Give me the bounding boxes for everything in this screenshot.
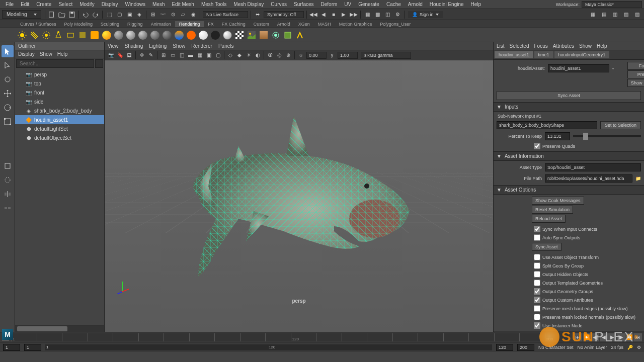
menu-select[interactable]: Select [55, 2, 76, 7]
shelf-material-aniso-icon[interactable] [162, 30, 173, 41]
toggle-channel-icon[interactable]: ▥ [610, 10, 619, 19]
folder-icon[interactable]: 📁 [635, 176, 641, 181]
houdini-asset-field[interactable] [548, 64, 609, 72]
snap-live-icon[interactable]: ◉ [189, 10, 198, 19]
vp-image-plane-icon[interactable]: 🖼 [125, 51, 133, 59]
sync-asset-button-2[interactable]: Sync Asset [532, 243, 561, 251]
shelf-tab-fx[interactable]: FX [204, 21, 218, 27]
outliner-menu-display[interactable]: Display [18, 51, 35, 57]
vp-exposure-icon[interactable]: ☼ [297, 51, 305, 59]
workspace-dropdown[interactable]: Maya Classic* [582, 1, 642, 8]
vp-resolution-gate-icon[interactable]: ◫ [178, 51, 186, 59]
auto-sync-checkbox[interactable] [534, 234, 540, 241]
menu-mesh[interactable]: Mesh [149, 2, 168, 7]
shelf-tab-fxcache[interactable]: FX Caching [218, 21, 250, 27]
live-surface-dropdown[interactable]: No Live Surface [203, 11, 248, 18]
shelf-tab-rigging[interactable]: Rigging [123, 21, 147, 27]
outliner-item-top[interactable]: 📷top [15, 79, 104, 88]
menu-curves[interactable]: Curves [267, 2, 290, 7]
percent-value-field[interactable] [545, 132, 570, 140]
ae-menu-attributes[interactable]: Attributes [553, 43, 574, 49]
shelf-material-phong-icon[interactable] [137, 30, 148, 41]
menu-modify[interactable]: Modify [76, 2, 98, 7]
vp-wireframe-icon[interactable]: ◇ [226, 51, 234, 59]
asset-type-field[interactable] [545, 163, 641, 171]
ae-tab-time[interactable]: time1 [534, 51, 553, 58]
last-tool[interactable] [2, 160, 14, 172]
ae-menu-selected[interactable]: Selected [510, 43, 529, 49]
rotate-tool[interactable] [2, 102, 14, 114]
next-key-button[interactable]: |▶ [617, 333, 625, 341]
vp-2d-pan-icon[interactable]: ✥ [138, 51, 146, 59]
vp-xray-joint-icon[interactable]: ⊕ [284, 51, 292, 59]
outliner-menu-help[interactable]: Help [57, 51, 68, 57]
new-scene-icon[interactable] [47, 10, 56, 19]
outliner-scrollbar[interactable] [15, 325, 104, 332]
snap-curve-icon[interactable]: 〰 [158, 10, 168, 19]
shelf-material-use-bg-icon[interactable] [222, 30, 233, 41]
range-start-field[interactable] [3, 344, 20, 351]
toggle-attr-editor-icon[interactable]: ▧ [621, 10, 630, 19]
menu-houdini-engine[interactable]: Houdini Engine [426, 2, 467, 7]
shelf-tab-animation[interactable]: Animation [147, 21, 175, 27]
shelf-texture-ramp-icon[interactable] [258, 30, 269, 41]
shelf-tab-arnold[interactable]: Arnold [273, 21, 294, 27]
outliner-item-side[interactable]: 📷side [15, 97, 104, 106]
toggle-con-icon[interactable]: ⬌ [253, 10, 262, 19]
shelf-material-phonge-icon[interactable] [149, 30, 160, 41]
fps-display[interactable]: 24 fps [611, 345, 623, 350]
shelf-light-volume-icon[interactable] [77, 30, 88, 41]
shelf-hypershade-icon[interactable] [270, 30, 281, 41]
range-slider[interactable]: 1 120 [45, 344, 492, 350]
option-check-4[interactable] [534, 288, 540, 295]
shelf-tab-mograph[interactable]: Motion Graphics [335, 21, 376, 27]
shelf-material-shading-icon[interactable] [210, 30, 221, 41]
lasso-tool[interactable] [2, 59, 14, 71]
menu-help[interactable]: Help [467, 2, 485, 7]
select-edge-icon[interactable]: ▢ [115, 10, 124, 19]
shelf-3d-paint-icon[interactable] [282, 30, 293, 41]
prev-key-button[interactable]: ◀| [591, 333, 599, 341]
shelf-tab-custom[interactable]: Custom [250, 21, 273, 27]
soft-select-tool[interactable] [2, 174, 14, 186]
asset-info-section-header[interactable]: ▼Asset Information [494, 151, 644, 161]
outliner-item-houdini-asset1[interactable]: 🔶houdini_asset1 [15, 115, 104, 124]
vp-shadows-icon[interactable]: ◐ [254, 51, 262, 59]
shelf-texture-checker-icon[interactable] [234, 30, 245, 41]
ae-menu-list[interactable]: List [497, 43, 505, 49]
go-end-button[interactable]: ⏭ [634, 333, 642, 341]
playback-end-field[interactable] [496, 344, 513, 351]
play-back-icon[interactable]: ◀ [319, 10, 328, 19]
redo-icon[interactable] [91, 10, 100, 19]
ae-tab-geom[interactable]: houdiniInputGeometry1 [554, 51, 610, 58]
go-start-button[interactable]: ⏮ [574, 333, 582, 341]
move-tool[interactable] [2, 87, 14, 100]
undo-icon[interactable] [81, 10, 90, 19]
select-face-icon[interactable]: ▣ [125, 10, 134, 19]
autokey-icon[interactable]: 🔑 [627, 345, 633, 350]
vp-gamma-icon[interactable]: γ [328, 51, 336, 59]
shelf-render-globals-icon[interactable] [89, 30, 100, 41]
vp-menu-renderer[interactable]: Renderer [191, 43, 212, 49]
snap-point-icon[interactable]: ⊙ [169, 10, 178, 19]
menu-uv[interactable]: UV [341, 2, 355, 7]
menu-deform[interactable]: Deform [317, 2, 341, 7]
percent-slider[interactable] [573, 135, 641, 137]
animlayer-dropdown[interactable]: No Anim Layer [577, 345, 607, 350]
menu-edit[interactable]: Edit [17, 2, 33, 7]
shelf-light-ambient-icon[interactable] [17, 30, 28, 41]
timeline[interactable]: 1120200 ⏮ ⏪ ◀| ◀ ▶ |▶ ⏩ ⏭ [0, 332, 644, 342]
play-back-button[interactable]: ◀ [600, 333, 608, 341]
vp-safe-title-icon[interactable]: ▢ [214, 51, 222, 59]
menu-cache[interactable]: Cache [383, 2, 405, 7]
option-check-1[interactable] [534, 262, 540, 269]
shelf-texture-file-icon[interactable] [246, 30, 257, 41]
vp-menu-panels[interactable]: Panels [218, 43, 234, 49]
snap-plane-icon[interactable]: ▱ [179, 10, 188, 19]
reload-asset-button[interactable]: Reload Asset [532, 215, 566, 223]
outliner-search-input[interactable] [16, 59, 94, 68]
shelf-tab-mash[interactable]: MASH [314, 21, 335, 27]
shelf-material-ramp-icon[interactable] [174, 30, 185, 41]
step-back-button[interactable]: ⏪ [583, 333, 591, 341]
vp-menu-lighting[interactable]: Lighting [149, 43, 167, 49]
